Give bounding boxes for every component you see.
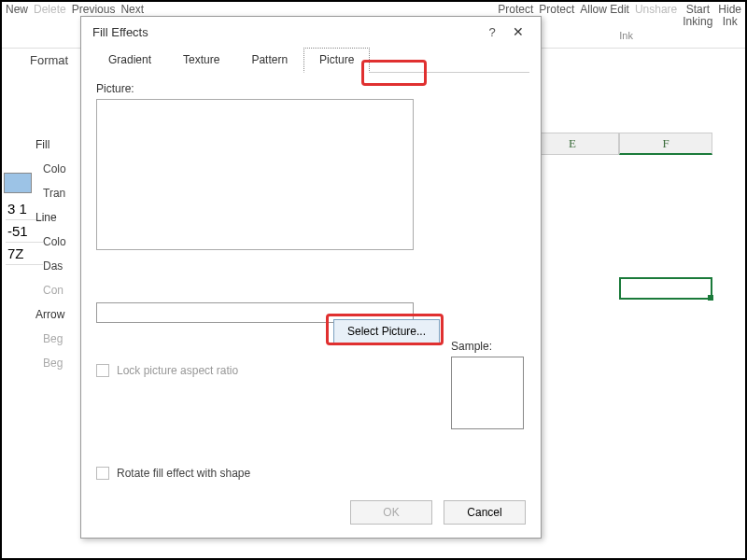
sidebar-arrow-begin2: Beg <box>30 351 86 375</box>
select-picture-button[interactable]: Select Picture... <box>333 319 440 343</box>
sidebar-fill-color[interactable]: Colo <box>30 157 86 181</box>
format-panel-title: Format <box>30 53 68 67</box>
ribbon-start-inking[interactable]: StartInking <box>683 4 712 28</box>
sidebar-section-line[interactable]: Line <box>30 205 86 230</box>
ribbon-group-ink: Ink <box>619 30 633 41</box>
tab-picture[interactable]: Picture <box>303 48 370 73</box>
dialog-close-button[interactable]: ✕ <box>503 24 533 39</box>
ribbon-allow-edit[interactable]: Allow Edit <box>580 4 629 16</box>
tab-gradient[interactable]: Gradient <box>92 48 167 73</box>
checkbox-icon <box>96 364 109 377</box>
tab-texture[interactable]: Texture <box>167 48 235 73</box>
sample-label: Sample: <box>451 340 524 353</box>
ribbon-hide-ink[interactable]: HideInk <box>718 4 741 28</box>
ribbon-delete: Delete <box>34 4 66 16</box>
dialog-titlebar: Fill Effects ? ✕ <box>81 17 541 47</box>
ribbon-protect1[interactable]: Protect <box>498 4 533 16</box>
selected-cell[interactable] <box>619 277 712 300</box>
ribbon-protect2[interactable]: Protect <box>539 4 574 16</box>
checkbox-icon <box>96 467 109 480</box>
sample-area: Sample: <box>451 338 524 429</box>
dialog-help-button[interactable]: ? <box>481 25 503 39</box>
sidebar-line-compound: Con <box>30 278 86 302</box>
picture-label: Picture: <box>96 82 526 95</box>
sidebar-arrow-begin1: Beg <box>30 327 86 351</box>
sidebar-section-arrow[interactable]: Arrow <box>30 302 86 327</box>
column-headers: E F <box>526 133 712 155</box>
column-header-f[interactable]: F <box>619 133 712 155</box>
rotate-fill-label: Rotate fill effect with shape <box>117 467 250 480</box>
sidebar-line-dash[interactable]: Das <box>30 254 86 278</box>
sidebar-line-color[interactable]: Colo <box>30 230 86 254</box>
sample-preview <box>451 357 524 429</box>
lock-aspect-label: Lock picture aspect ratio <box>117 364 238 377</box>
ribbon-previous[interactable]: Previous <box>72 4 116 16</box>
sidebar-section-fill[interactable]: Fill <box>30 133 86 157</box>
ribbon-next[interactable]: Next <box>120 4 144 16</box>
sidebar-fill-transparency[interactable]: Tran <box>30 181 86 205</box>
picture-preview <box>96 99 414 250</box>
dialog-body: Picture: Select Picture... Lock picture … <box>81 73 541 493</box>
ok-button[interactable]: OK <box>350 500 432 525</box>
dialog-tabs: Gradient Texture Pattern Picture <box>92 47 529 73</box>
row-selector[interactable] <box>4 173 32 193</box>
cancel-button[interactable]: Cancel <box>444 500 526 525</box>
tab-pattern[interactable]: Pattern <box>235 48 303 73</box>
dialog-title: Fill Effects <box>92 25 148 39</box>
ribbon-new[interactable]: New <box>6 4 28 16</box>
dialog-buttons: OK Cancel <box>81 493 541 538</box>
fill-effects-dialog: Fill Effects ? ✕ Gradient Texture Patter… <box>80 16 542 539</box>
format-sidebar: Fill Colo Tran Line Colo Das Con Arrow B… <box>30 133 86 375</box>
ribbon-unshare: Unshare <box>635 4 677 16</box>
rotate-fill-checkbox[interactable]: Rotate fill effect with shape <box>96 467 526 480</box>
